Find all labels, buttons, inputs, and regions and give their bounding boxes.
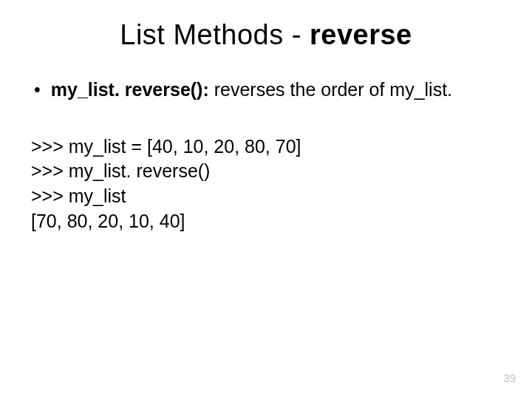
bullet-dot-icon: • bbox=[34, 78, 41, 102]
bullet-method: my_list. reverse(): bbox=[51, 79, 209, 100]
title-bold: reverse bbox=[310, 19, 412, 50]
title-prefix: List Methods - bbox=[120, 19, 310, 50]
code-line-1: >>> my_list = [40, 10, 20, 80, 70] bbox=[31, 134, 502, 160]
bullet-item: • my_list. reverse(): reverses the order… bbox=[34, 78, 502, 102]
code-line-2: >>> my_list. reverse() bbox=[31, 159, 502, 184]
page-number: 39 bbox=[503, 372, 516, 384]
bullet-description: reverses the order of my_list. bbox=[209, 79, 452, 100]
slide: List Methods - reverse • my_list. revers… bbox=[0, 0, 532, 399]
code-line-3: >>> my_list bbox=[31, 184, 502, 209]
code-example: >>> my_list = [40, 10, 20, 80, 70] >>> m… bbox=[31, 134, 502, 234]
code-line-4: [70, 80, 20, 10, 40] bbox=[31, 209, 502, 234]
slide-title: List Methods - reverse bbox=[30, 19, 502, 51]
bullet-text: my_list. reverse(): reverses the order o… bbox=[51, 78, 452, 102]
